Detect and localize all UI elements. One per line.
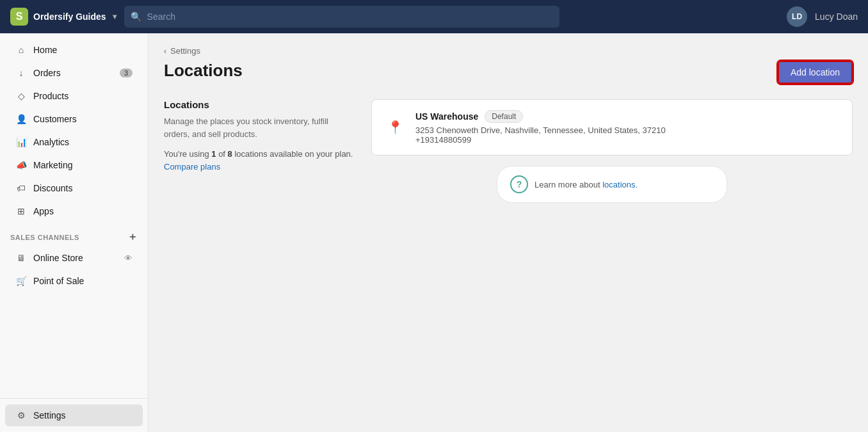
usage-prefix: You're using — [164, 149, 211, 159]
location-name: US Warehouse — [415, 111, 478, 122]
location-name-row: US Warehouse Default — [415, 110, 839, 123]
chart-icon: 📊 — [15, 136, 27, 148]
locations-link[interactable]: locations. — [602, 180, 638, 189]
sidebar-label-customers: Customers — [33, 114, 77, 124]
sales-channels-header: SALES CHANNELS ＋ — [0, 223, 148, 246]
location-info: US Warehouse Default 3253 Chenoweth Driv… — [415, 110, 839, 145]
discount-icon: 🏷 — [15, 182, 27, 194]
usage-text: You're using 1 of 8 locations available … — [164, 148, 356, 173]
tag-icon: ◇ — [15, 90, 27, 102]
brand-chevron-icon: ▾ — [113, 12, 117, 21]
usage-current: 1 — [211, 149, 216, 159]
top-nav: S Ordersify Guides ▾ 🔍 LD Lucy Doan — [0, 0, 868, 33]
breadcrumb[interactable]: ‹ Settings — [164, 46, 853, 56]
left-panel: Locations Manage the places you stock in… — [164, 99, 356, 203]
nav-right: LD Lucy Doan — [787, 6, 858, 27]
orders-badge: 3 — [120, 68, 133, 77]
shopify-logo: S — [10, 8, 28, 26]
compare-plans-link[interactable]: Compare plans — [164, 162, 220, 172]
sidebar-item-analytics[interactable]: 📊 Analytics — [5, 131, 143, 153]
search-input[interactable] — [124, 6, 559, 28]
sidebar-item-point-of-sale[interactable]: 🛒 Point of Sale — [5, 270, 143, 292]
location-card[interactable]: 📍 US Warehouse Default 3253 Chenoweth Dr… — [371, 99, 853, 156]
page-title: Locations — [164, 61, 243, 81]
sidebar-label-orders: Orders — [33, 68, 61, 78]
sidebar: ⌂ Home ↓ Orders 3 ◇ Products 👤 Customers… — [0, 33, 149, 432]
search-bar: 🔍 — [124, 6, 559, 28]
person-icon: 👤 — [15, 113, 27, 125]
sidebar-label-online-store: Online Store — [33, 253, 83, 263]
search-icon: 🔍 — [131, 12, 141, 22]
sidebar-item-products[interactable]: ◇ Products — [5, 85, 143, 107]
help-box: ? Learn more about locations. — [497, 166, 727, 203]
main-content: ‹ Settings Locations Add location Locati… — [149, 33, 868, 432]
locations-description: Manage the places you stock inventory, f… — [164, 115, 356, 140]
usage-total: 8 — [228, 149, 232, 159]
sidebar-label-analytics: Analytics — [33, 137, 69, 147]
online-store-eye-icon[interactable]: 👁 — [124, 253, 133, 263]
default-badge: Default — [485, 110, 523, 123]
sales-channels-label: SALES CHANNELS — [10, 234, 79, 241]
right-panel: 📍 US Warehouse Default 3253 Chenoweth Dr… — [371, 99, 853, 203]
sidebar-label-discounts: Discounts — [33, 183, 72, 193]
brand-area[interactable]: S Ordersify Guides ▾ — [10, 8, 117, 26]
orders-icon: ↓ — [15, 67, 27, 79]
location-address: 3253 Chenoweth Drive, Nashville, Tenness… — [415, 125, 839, 135]
avatar[interactable]: LD — [787, 6, 807, 27]
sidebar-item-marketing[interactable]: 📣 Marketing — [5, 154, 143, 176]
sidebar-label-marketing: Marketing — [33, 160, 72, 170]
sidebar-item-online-store[interactable]: 🖥 Online Store 👁 — [5, 247, 143, 269]
sidebar-label-apps: Apps — [33, 206, 54, 216]
help-icon: ? — [510, 175, 528, 193]
pos-icon: 🛒 — [15, 275, 27, 287]
sidebar-item-orders[interactable]: ↓ Orders 3 — [5, 62, 143, 84]
sidebar-label-settings: Settings — [33, 410, 66, 420]
breadcrumb-text: Settings — [170, 46, 200, 56]
sidebar-label-pos: Point of Sale — [33, 276, 84, 286]
online-store-icon: 🖥 — [15, 252, 27, 264]
location-phone: +19314880599 — [415, 135, 839, 145]
home-icon: ⌂ — [15, 44, 27, 56]
location-pin-icon: 📍 — [385, 117, 405, 138]
sidebar-item-customers[interactable]: 👤 Customers — [5, 108, 143, 130]
sidebar-item-apps[interactable]: ⊞ Apps — [5, 200, 143, 222]
sidebar-item-settings[interactable]: ⚙ Settings — [5, 404, 143, 426]
sidebar-label-home: Home — [33, 45, 57, 55]
add-sales-channel-icon[interactable]: ＋ — [127, 230, 138, 244]
sidebar-label-products: Products — [33, 91, 68, 101]
settings-icon: ⚙ — [15, 410, 27, 421]
sidebar-item-discounts[interactable]: 🏷 Discounts — [5, 177, 143, 199]
page-header: Locations Add location — [164, 61, 853, 84]
usage-of: of — [216, 149, 228, 159]
breadcrumb-chevron-icon: ‹ — [164, 47, 166, 56]
locations-heading: Locations — [164, 99, 356, 110]
usage-end: locations available on your plan. — [232, 149, 353, 159]
add-location-button[interactable]: Add location — [778, 61, 853, 84]
user-name: Lucy Doan — [815, 12, 858, 22]
sidebar-item-home[interactable]: ⌂ Home — [5, 39, 143, 61]
brand-name: Ordersify Guides — [33, 12, 106, 22]
apps-icon: ⊞ — [15, 205, 27, 217]
megaphone-icon: 📣 — [15, 159, 27, 171]
content-area: Locations Manage the places you stock in… — [164, 99, 853, 203]
help-text-prefix: Learn more about — [534, 180, 602, 189]
help-text: Learn more about locations. — [534, 180, 638, 189]
